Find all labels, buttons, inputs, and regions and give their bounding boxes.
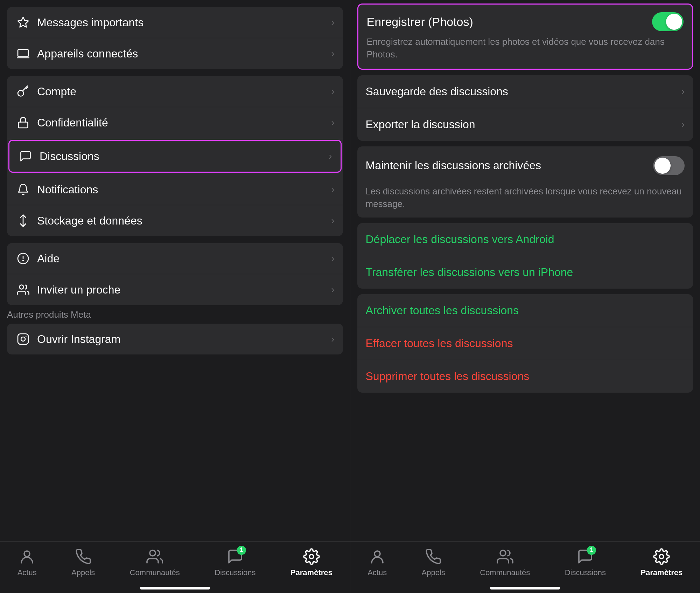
nav-communautes[interactable]: Communautés [130, 547, 180, 577]
meta-section: Ouvrir Instagram › [7, 324, 343, 354]
sauvegarde-item[interactable]: Sauvegarde des discussions › [357, 75, 693, 108]
iphone-item[interactable]: Transférer les discussions vers un iPhon… [357, 256, 693, 289]
inviter-label: Inviter un proche [37, 283, 328, 296]
android-item[interactable]: Déplacer les discussions vers Android [357, 223, 693, 256]
svg-point-13 [150, 550, 155, 556]
info-icon [15, 251, 31, 266]
account-section: Compte › Confidentialité › Discussions › [7, 76, 343, 236]
home-indicator-right [490, 587, 560, 589]
messages-importants-label: Messages importants [37, 16, 328, 29]
lock-icon [15, 115, 31, 130]
chevron-icon: › [331, 284, 334, 295]
actus-icon [18, 547, 36, 566]
notifications-label: Notifications [37, 183, 328, 196]
archive-section: Maintenir les discussions archivées Les … [357, 146, 693, 218]
nav-parametres[interactable]: Paramètres [290, 547, 332, 577]
nav-appels-label: Appels [71, 568, 95, 577]
appareils-connectes-item[interactable]: Appareils connectés › [7, 38, 343, 69]
settings-icon-r [652, 547, 671, 566]
svg-point-15 [374, 551, 380, 557]
enregistrer-toggle[interactable] [652, 12, 684, 31]
android-label: Déplacer les discussions vers Android [366, 233, 554, 246]
nav-discussions-label: Discussions [215, 568, 255, 577]
chevron-icon: › [331, 333, 334, 345]
left-bottom-nav: Actus Appels Communautés 1 Discussions [0, 541, 350, 587]
nav-appels-label-r: Appels [422, 568, 445, 577]
chevron-icon: › [331, 17, 334, 28]
chevron-icon: › [331, 253, 334, 264]
archiver-tout-label: Archiver toutes les discussions [366, 304, 519, 317]
right-settings-content: Enregistrer (Photos) Enregistrez automat… [350, 0, 700, 541]
right-bottom-nav: Actus Appels Communautés 1 Discussions [350, 541, 700, 587]
aide-item[interactable]: Aide › [7, 243, 343, 274]
left-settings-content: Messages importants › Appareils connecté… [0, 0, 350, 541]
stockage-item[interactable]: Stockage et données › [7, 205, 343, 236]
nav-discussions[interactable]: 1 Discussions [215, 547, 255, 577]
svg-rect-1 [18, 49, 28, 57]
aide-label: Aide [37, 252, 328, 265]
archive-toggle-row: Maintenir les discussions archivées [357, 146, 693, 185]
discussions-item[interactable]: Discussions › [8, 140, 342, 173]
nav-actus[interactable]: Actus [18, 547, 37, 577]
sauvegarde-label: Sauvegarde des discussions [366, 85, 508, 98]
key-icon [15, 84, 31, 99]
actus-icon-r [368, 547, 387, 566]
supprimer-tout-label: Supprimer toutes les discussions [366, 370, 530, 382]
enregistrer-section: Enregistrer (Photos) Enregistrez automat… [357, 4, 693, 70]
help-section: Aide › Inviter un proche › [7, 243, 343, 305]
svg-point-2 [18, 90, 24, 96]
instagram-label: Ouvrir Instagram [37, 333, 328, 346]
archiver-tout-item[interactable]: Archiver toutes les discussions [357, 294, 693, 327]
compte-label: Compte [37, 85, 328, 98]
svg-point-8 [20, 285, 24, 289]
bell-icon [15, 182, 31, 197]
appareils-connectes-label: Appareils connectés [37, 47, 328, 60]
svg-point-11 [26, 336, 27, 337]
chat-nav-icon-r: 1 [576, 547, 595, 566]
archive-label: Maintenir les discussions archivées [366, 159, 541, 172]
messages-importants-item[interactable]: Messages importants › [7, 7, 343, 38]
nav-communautes-r[interactable]: Communautés [480, 547, 530, 577]
toggle-knob [666, 14, 682, 30]
instagram-item[interactable]: Ouvrir Instagram › [7, 324, 343, 354]
exporter-item[interactable]: Exporter la discussion › [357, 108, 693, 141]
confidentialite-item[interactable]: Confidentialité › [7, 107, 343, 138]
nav-actus-r[interactable]: Actus [368, 547, 387, 577]
star-icon [15, 15, 31, 30]
chevron-icon: › [681, 86, 685, 97]
right-panel: Enregistrer (Photos) Enregistrez automat… [350, 0, 700, 593]
compte-item[interactable]: Compte › [7, 76, 343, 107]
nav-discussions-r[interactable]: 1 Discussions [565, 547, 606, 577]
effacer-tout-label: Effacer toutes les discussions [366, 337, 513, 350]
chevron-icon: › [331, 215, 334, 226]
instagram-icon [15, 331, 31, 347]
inviter-item[interactable]: Inviter un proche › [7, 274, 343, 305]
nav-parametres-r[interactable]: Paramètres [640, 547, 682, 577]
save-section: Sauvegarde des discussions › Exporter la… [357, 75, 693, 141]
archive-description: Les discussions archivées restent archiv… [357, 185, 693, 218]
chat-icon [18, 149, 33, 164]
left-panel: Messages importants › Appareils connecté… [0, 0, 350, 593]
supprimer-tout-item[interactable]: Supprimer toutes les discussions [357, 360, 693, 393]
enregistrer-toggle-row: Enregistrer (Photos) [367, 12, 684, 31]
svg-point-10 [21, 337, 25, 341]
toggle-knob-off [654, 158, 671, 174]
chevron-icon: › [331, 48, 334, 59]
nav-appels-r[interactable]: Appels [422, 547, 445, 577]
chevron-icon: › [331, 184, 334, 195]
nav-appels[interactable]: Appels [71, 547, 95, 577]
communities-icon-r [496, 547, 514, 566]
laptop-icon [15, 46, 31, 61]
nav-communautes-label-r: Communautés [480, 568, 530, 577]
nav-actus-label: Actus [18, 568, 37, 577]
notifications-item[interactable]: Notifications › [7, 174, 343, 205]
chevron-icon: › [331, 86, 334, 97]
home-indicator-left [140, 587, 210, 589]
chat-nav-icon: 1 [226, 547, 245, 566]
people-icon [15, 282, 31, 297]
settings-icon [302, 547, 321, 566]
chevron-icon: › [331, 117, 334, 128]
effacer-tout-item[interactable]: Effacer toutes les discussions [357, 327, 693, 360]
archive-toggle[interactable] [653, 156, 685, 175]
nav-parametres-label: Paramètres [290, 568, 332, 577]
